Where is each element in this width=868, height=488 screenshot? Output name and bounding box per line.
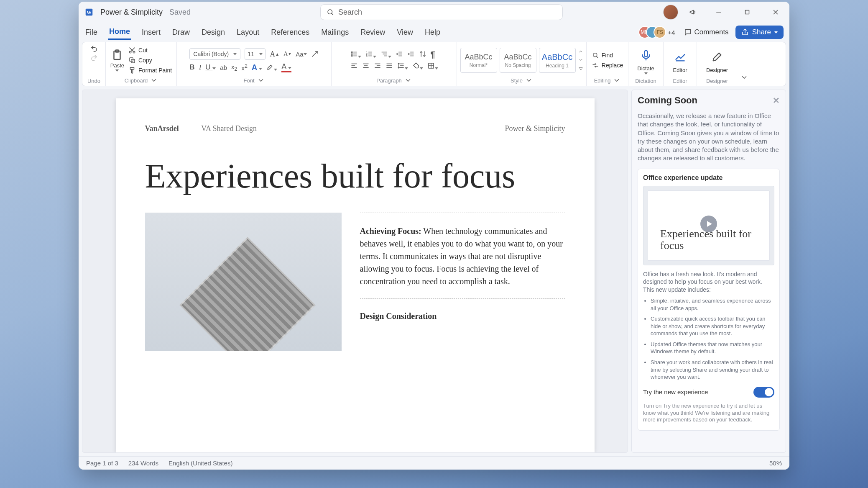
collaborator-count[interactable]: +4 [668,29,675,36]
status-zoom[interactable]: 50% [769,460,782,467]
clear-format-icon[interactable] [311,50,319,58]
replace-button[interactable]: Replace [592,62,623,69]
panel-title: Coming Soon [638,95,697,106]
font-size-select[interactable]: 11 [245,48,266,60]
share-button[interactable]: Share [735,26,784,39]
status-page[interactable]: Page 1 of 3 [86,460,118,467]
save-status: Saved [169,8,191,17]
menu-file[interactable]: File [84,26,98,39]
bold-button[interactable]: B [189,63,194,72]
card-bullets: Simple, intuitive, and seamless experien… [643,297,774,380]
undo-icon[interactable] [90,45,98,52]
toggle-label: Try the new experience [643,388,708,396]
subscript-button[interactable]: x2 [231,63,237,72]
svg-text:3: 3 [366,55,368,57]
strikethrough-button[interactable]: ab [220,64,227,71]
shrink-font-icon[interactable]: A▼ [283,51,291,57]
panel-card: Office experience update Experiences bui… [638,169,780,431]
svg-line-3 [332,13,333,15]
svg-text:W: W [87,10,92,15]
try-new-toggle[interactable] [753,387,774,398]
superscript-button[interactable]: x2 [241,63,247,72]
menu-help[interactable]: Help [424,26,441,39]
document-canvas[interactable]: VanArsdel VA Shared Design Power & Simpl… [82,90,628,453]
minimize-button[interactable] [707,3,730,21]
megaphone-icon[interactable] [684,3,702,21]
styles-down-icon[interactable] [578,57,583,64]
grow-font-icon[interactable]: A▲ [270,50,279,59]
editor-button[interactable]: Editor [671,48,689,73]
ribbon-collapse-icon[interactable] [740,74,748,82]
format-painter-button[interactable]: Format Paint [128,67,172,74]
dictate-button[interactable]: Dictate [637,46,655,74]
italic-button[interactable]: I [199,63,202,72]
align-right-icon[interactable] [374,62,381,71]
show-marks-icon[interactable]: ¶ [431,50,435,59]
collaborator-avatar[interactable]: FS [654,26,666,39]
chevron-down-icon [259,53,263,55]
numbering-icon[interactable]: 123 [365,50,376,59]
close-icon[interactable]: ✕ [773,95,780,105]
menu-layout[interactable]: Layout [236,26,260,39]
style-no-spacing[interactable]: AaBbCcNo Spacing [500,48,536,73]
paste-button[interactable]: Paste [110,49,124,72]
multilevel-list-icon[interactable] [380,50,391,59]
menu-design[interactable]: Design [201,26,226,39]
font-color-icon[interactable]: A [281,62,291,72]
svg-point-19 [351,54,352,54]
document-title[interactable]: Power & Simplicity [100,8,163,17]
cut-button[interactable]: Cut [128,46,148,54]
copy-button[interactable]: Copy [128,57,152,64]
highlight-icon[interactable] [266,63,277,72]
align-left-icon[interactable] [350,62,358,71]
search-placeholder: Search [338,8,362,17]
line-spacing-icon[interactable] [397,62,408,71]
page-header-left: VanArsdel [145,124,179,133]
underline-button[interactable]: U [205,63,216,72]
chevron-down-icon [233,53,237,55]
font-name-select[interactable]: Calibri (Body) [189,48,240,60]
styles-more-icon[interactable] [578,65,583,72]
video-thumbnail[interactable]: Experiences built for focus [643,186,774,265]
style-heading1[interactable]: AaBbCcHeading 1 [539,48,576,73]
styles-up-icon[interactable] [578,49,583,55]
group-editing: Editing [594,77,621,84]
text-effects-icon[interactable]: A [252,63,262,72]
page-header-right: Power & Simplicity [505,124,565,133]
menu-insert[interactable]: Insert [141,26,161,39]
menu-home[interactable]: Home [108,25,131,40]
comments-button[interactable]: Comments [682,26,731,38]
shading-icon[interactable] [412,62,423,71]
search-input[interactable]: Search [320,4,563,20]
align-center-icon[interactable] [362,62,370,71]
page-header-mid: VA Shared Design [201,124,257,133]
maximize-button[interactable] [736,3,758,21]
find-button[interactable]: Find [592,51,613,59]
sort-icon[interactable] [419,50,426,59]
borders-icon[interactable] [427,62,438,71]
justify-icon[interactable] [385,62,393,71]
svg-point-17 [351,51,352,52]
account-avatar[interactable] [663,5,678,20]
status-words[interactable]: 234 Words [128,460,158,467]
style-normal[interactable]: AaBbCcNormal* [460,48,497,73]
chevron-down-icon [115,69,119,72]
document-heading: Experiences built for focus [145,158,565,194]
group-undo: Undo [87,78,100,84]
menu-view[interactable]: View [396,26,414,39]
svg-point-2 [328,10,332,14]
group-paragraph: Paragraph [376,77,412,84]
redo-icon[interactable] [90,54,98,62]
menu-references[interactable]: References [270,26,310,39]
menu-review[interactable]: Review [360,26,386,39]
card-description: Office has a fresh new look. It's modern… [643,270,774,294]
change-case-icon[interactable]: Aa [296,51,306,58]
decrease-indent-icon[interactable] [396,50,403,59]
menu-mailings[interactable]: Mailings [320,26,350,39]
close-button[interactable] [764,3,787,21]
status-lang[interactable]: English (United States) [168,460,232,467]
bullets-icon[interactable] [350,50,361,59]
menu-draw[interactable]: Draw [171,26,191,39]
increase-indent-icon[interactable] [407,50,415,59]
designer-button[interactable]: Designer [706,48,728,73]
